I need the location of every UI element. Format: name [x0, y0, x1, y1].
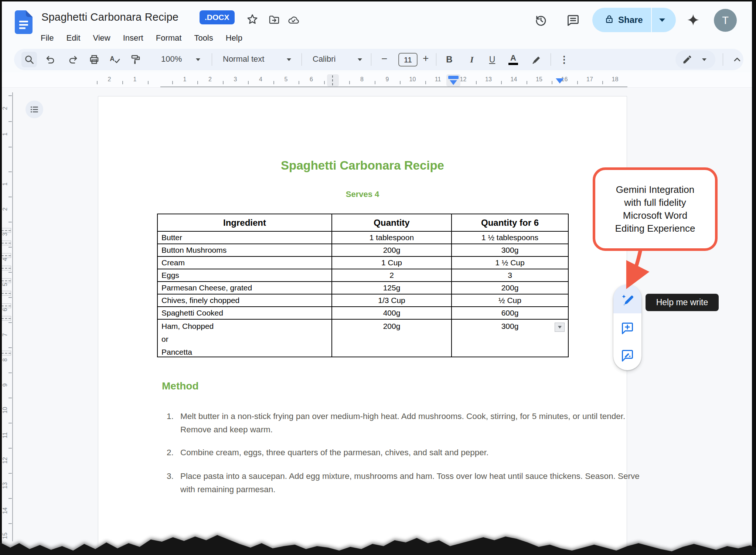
method-heading: Method [162, 380, 199, 392]
step-text: Combine cream, eggs, three quarters of t… [180, 446, 488, 459]
step-number: 3. [167, 470, 180, 496]
recipe-subtitle: Serves 4 [98, 190, 627, 199]
ingredients-table[interactable]: Ingredient Quantity Quantity for 6 Butte… [157, 214, 569, 357]
ruler-margin-line [160, 86, 627, 87]
menu-bar: File Edit View Insert Format Tools Help [37, 33, 251, 44]
frame-left [0, 0, 2, 555]
share-label: Share [618, 15, 643, 25]
zoom-caret-icon[interactable] [196, 58, 200, 61]
suggest-edit-icon [621, 349, 634, 362]
spellcheck-letter: A [110, 55, 115, 62]
paint-format-icon[interactable] [128, 52, 143, 67]
table-row: Chives, finely chopped1/3 Cup½ Cup [157, 294, 568, 307]
or-line: or [161, 335, 328, 344]
help-me-write-button[interactable] [621, 293, 634, 307]
table-header-row: Ingredient Quantity Quantity for 6 [157, 214, 568, 231]
annotation-callout: Gemini Integration with full fidelity Mi… [593, 167, 718, 251]
editing-mode-button[interactable] [675, 50, 715, 69]
text-color-button[interactable]: A [505, 52, 521, 67]
callout-line: with full fidelity [595, 196, 715, 209]
share-dropdown-caret[interactable] [659, 18, 665, 22]
menu-file[interactable]: File [37, 33, 57, 44]
zoom-value[interactable]: 100% [161, 54, 182, 64]
menu-view[interactable]: View [89, 33, 114, 44]
ham-line: Ham, Chopped [161, 322, 328, 331]
table-row-ham: Ham, Chopped or Pancetta 200g 300g [157, 319, 568, 357]
underline-button[interactable]: U [484, 52, 500, 67]
callout-line: Microsoft Word [595, 209, 715, 222]
method-step-3: 3. Place pasta into a saucepan. Add egg … [167, 470, 645, 496]
col-header-quantity: Quantity [332, 214, 452, 231]
collapse-toolbar-icon[interactable] [729, 52, 745, 67]
document-outline-button[interactable] [25, 101, 43, 118]
outline-list-icon [30, 105, 39, 114]
table-row: Cream1 Cup1 ½ Cup [157, 256, 568, 269]
gemini-sparkle-icon[interactable] [686, 13, 700, 29]
pencil-icon [682, 54, 692, 65]
font-name-value[interactable]: Calibri [313, 54, 336, 64]
move-folder-icon[interactable] [268, 14, 280, 27]
document-title[interactable]: Spaghetti Carbonara Recipe [41, 11, 178, 23]
lock-icon [604, 14, 614, 26]
v-ruler-line [12, 92, 13, 541]
right-indent-marker[interactable] [556, 78, 564, 84]
text-color-swatch [508, 63, 518, 65]
font-caret-icon[interactable] [358, 58, 362, 61]
share-divider [651, 8, 652, 32]
more-options-icon[interactable]: ⋮ [556, 52, 572, 67]
print-icon[interactable] [86, 52, 102, 67]
menu-tools[interactable]: Tools [190, 33, 217, 44]
suggest-edits-button[interactable] [621, 349, 634, 362]
star-icon[interactable] [246, 13, 259, 27]
menu-format[interactable]: Format [152, 33, 185, 44]
mode-caret-icon [702, 58, 706, 61]
add-comment-icon [621, 321, 634, 335]
cloud-status-icon[interactable] [287, 14, 299, 27]
paragraph-style-value[interactable]: Normal text [223, 54, 264, 64]
font-size-value[interactable]: 11 [398, 53, 418, 67]
menu-edit[interactable]: Edit [62, 33, 84, 44]
highlight-color-icon[interactable] [529, 52, 545, 67]
callout-line: Gemini Integration [595, 183, 715, 196]
redo-icon[interactable] [65, 52, 81, 67]
menu-help[interactable]: Help [222, 33, 246, 44]
col-header-quantity6: Quantity for 6 [452, 214, 568, 231]
avatar[interactable]: T [714, 9, 737, 32]
italic-button[interactable]: I [464, 52, 480, 67]
table-cell-dropdown[interactable] [555, 323, 565, 332]
frame-top [0, 0, 756, 1]
table-row: Eggs23 [157, 269, 568, 282]
app-window: Spaghetti Carbonara Recipe .DOCX File Ed… [0, 0, 756, 555]
share-button[interactable]: Share [592, 8, 676, 32]
bold-button[interactable]: B [442, 52, 457, 67]
version-history-icon[interactable] [534, 14, 548, 28]
menu-insert[interactable]: Insert [119, 33, 147, 44]
search-icon[interactable] [21, 52, 37, 67]
table-row: Parmesan Cheese, grated125g200g [157, 282, 568, 294]
style-caret-icon[interactable] [287, 58, 291, 61]
gemini-side-toolbar [613, 285, 641, 370]
table-dropdown-caret-icon [558, 326, 562, 328]
toolbar: A 100% Normal text Calibri − 11 + B I U … [14, 49, 743, 70]
font-size-decrease[interactable]: − [381, 53, 387, 65]
font-size-increase[interactable]: + [423, 52, 429, 64]
table-row: Spaghetti Cooked400g600g [157, 307, 568, 319]
table-row: Butter1 tablespoon1 ½ tablespoons [157, 231, 568, 244]
method-step-2: 2. Combine cream, eggs, three quarters o… [167, 446, 645, 459]
undo-icon[interactable] [43, 52, 58, 67]
step-text: Melt butter in a non-stick frying pan ov… [180, 410, 645, 436]
callout-line: Editing Experience [595, 222, 715, 235]
comments-icon[interactable] [566, 14, 580, 28]
document-page[interactable]: Spaghetti Carbonara Recipe Serves 4 Ingr… [98, 96, 627, 555]
first-line-indent-marker[interactable] [446, 74, 460, 86]
step-number: 1. [167, 410, 180, 436]
avatar-letter: T [722, 14, 729, 27]
add-comment-button[interactable] [621, 321, 634, 335]
method-step-1: 1. Melt butter in a non-stick frying pan… [167, 410, 645, 436]
spellcheck-icon[interactable]: A [107, 52, 123, 67]
ruler-cursor-indicator [327, 74, 339, 86]
ruler-bottom-border [2, 88, 752, 88]
frame-right [752, 0, 756, 555]
text-color-letter: A [510, 54, 516, 62]
docs-logo-icon[interactable] [15, 10, 33, 34]
